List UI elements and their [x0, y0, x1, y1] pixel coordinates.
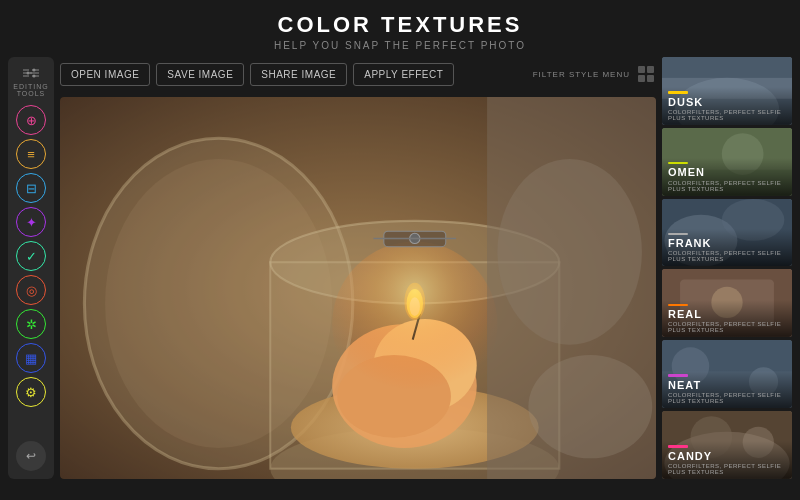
grid-view-icon[interactable]: [636, 64, 656, 84]
apply-effect-button[interactable]: APPLY EFFECT: [353, 63, 454, 86]
app-title: COLOR TEXTURES: [0, 12, 800, 38]
real-desc: COLORFILTERS, PERFECT SELFIE PLUS TEXTUR…: [668, 321, 786, 333]
tools-panel: EDITING TOOLS ⊕ ≡ ⊟ ✦ ✓ ◎ ✲ ▦ ⚙ ↩: [8, 57, 54, 479]
settings-icon[interactable]: ⚙: [16, 377, 46, 407]
open-image-button[interactable]: OPEN IMAGE: [60, 63, 150, 86]
frank-name: FRANK: [668, 237, 786, 250]
svg-point-29: [497, 159, 642, 345]
dusk-accent: [668, 91, 688, 94]
circle-icon[interactable]: ◎: [16, 275, 46, 305]
save-image-button[interactable]: SAVE IMAGE: [156, 63, 244, 86]
real-name: REAL: [668, 308, 786, 321]
magic-icon[interactable]: ✲: [16, 309, 46, 339]
center-panel: OPEN IMAGE SAVE IMAGE SHARE IMAGE APPLY …: [60, 57, 656, 479]
real-accent: [668, 304, 688, 307]
filter-item-dusk[interactable]: DUSK COLORFILTERS, PERFECT SELFIE PLUS T…: [662, 57, 792, 125]
share-image-button[interactable]: SHARE IMAGE: [250, 63, 347, 86]
omen-desc: COLORFILTERS, PERFECT SELFIE PLUS TEXTUR…: [668, 180, 786, 192]
frank-accent: [668, 233, 688, 236]
svg-point-24: [332, 242, 497, 407]
filter-item-candy[interactable]: CANDY COLORFILTERS, PERFECT SELFIE PLUS …: [662, 411, 792, 479]
check-icon[interactable]: ✓: [16, 241, 46, 271]
candy-desc: COLORFILTERS, PERFECT SELFIE PLUS TEXTUR…: [668, 463, 786, 475]
main-container: EDITING TOOLS ⊕ ≡ ⊟ ✦ ✓ ◎ ✲ ▦ ⚙ ↩ OPEN I…: [0, 57, 800, 487]
omen-name: OMEN: [668, 166, 786, 179]
frank-desc: COLORFILTERS, PERFECT SELFIE PLUS TEXTUR…: [668, 250, 786, 262]
neat-name: NEAT: [668, 379, 786, 392]
dusk-desc: COLORFILTERS, PERFECT SELFIE PLUS TEXTUR…: [668, 109, 786, 121]
header: COLOR TEXTURES HELP YOU SNAP THE PERFECT…: [0, 0, 800, 57]
chart-icon[interactable]: ▦: [16, 343, 46, 373]
filter-item-neat[interactable]: NEAT COLORFILTERS, PERFECT SELFIE PLUS T…: [662, 340, 792, 408]
star-icon[interactable]: ✦: [16, 207, 46, 237]
tools-label: EDITING TOOLS: [8, 65, 54, 97]
candy-accent: [668, 445, 688, 448]
filters-panel: DUSK COLORFILTERS, PERFECT SELFIE PLUS T…: [662, 57, 792, 479]
image-canvas[interactable]: [60, 97, 656, 479]
toolbar: OPEN IMAGE SAVE IMAGE SHARE IMAGE APPLY …: [60, 57, 656, 91]
filter-item-real[interactable]: REAL COLORFILTERS, PERFECT SELFIE PLUS T…: [662, 269, 792, 337]
dusk-name: DUSK: [668, 96, 786, 109]
app-subtitle: HELP YOU SNAP THE PERFECT PHOTO: [0, 40, 800, 51]
svg-point-30: [528, 355, 652, 458]
filter-item-frank[interactable]: FRANK COLORFILTERS, PERFECT SELFIE PLUS …: [662, 199, 792, 267]
filter-item-omen[interactable]: OMEN COLORFILTERS, PERFECT SELFIE PLUS T…: [662, 128, 792, 196]
adjust-icon[interactable]: ⊕: [16, 105, 46, 135]
omen-accent: [668, 162, 688, 165]
candy-name: CANDY: [668, 450, 786, 463]
sliders-icon[interactable]: ⊟: [16, 173, 46, 203]
layers-icon[interactable]: ≡: [16, 139, 46, 169]
neat-accent: [668, 374, 688, 377]
neat-desc: COLORFILTERS, PERFECT SELFIE PLUS TEXTUR…: [668, 392, 786, 404]
undo-button[interactable]: ↩: [16, 441, 46, 471]
filter-style-menu-label: FILTER STYLE MENU: [533, 70, 630, 79]
